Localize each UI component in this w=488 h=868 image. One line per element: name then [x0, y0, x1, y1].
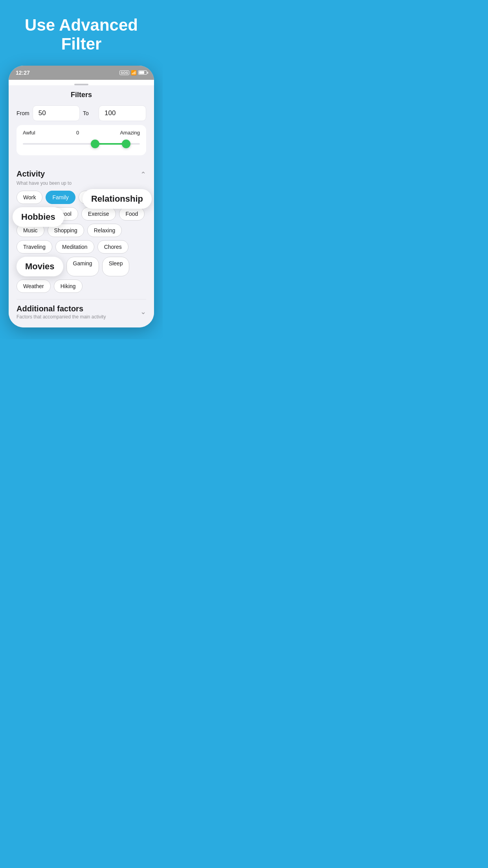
activity-title: Activity [17, 169, 45, 178]
status-time: 12:27 [16, 70, 30, 76]
additional-factors-header: Additional factors Factors that accompan… [17, 304, 146, 320]
callout-hobbies: Hobbies [13, 207, 64, 227]
additional-factors-title: Additional factors [17, 304, 106, 313]
to-label: To [83, 110, 95, 116]
handle-bar [74, 84, 88, 85]
slider-thumb-right[interactable] [122, 140, 130, 148]
tag-sleep[interactable]: Sleep [102, 257, 130, 276]
tag-work[interactable]: Work [17, 191, 42, 204]
to-group: To 100 [83, 105, 146, 121]
status-icons: SOS 📶 [119, 70, 147, 75]
tag-food[interactable]: Food [119, 207, 145, 221]
activity-subtitle: What have you been up to [17, 180, 146, 186]
tag-family[interactable]: Family [46, 191, 75, 204]
additional-factors-section: Additional factors Factors that accompan… [17, 299, 146, 320]
tag-weather[interactable]: Weather [17, 280, 51, 293]
battery-icon [138, 70, 147, 75]
phone-mockup: 12:27 SOS 📶 Filters From 50 To 100 [9, 66, 154, 327]
activity-section-header: Activity ⌃ [17, 163, 146, 180]
slider-center-label: 0 [76, 130, 79, 136]
slider-thumb-left[interactable] [91, 140, 99, 148]
sos-icon: SOS [119, 70, 129, 75]
tag-hiking[interactable]: Hiking [54, 280, 83, 293]
wifi-icon: 📶 [131, 70, 137, 75]
tag-meditation[interactable]: Meditation [55, 240, 94, 254]
tag-movies-callout: Movies [17, 257, 63, 276]
status-bar: 12:27 SOS 📶 [9, 66, 154, 80]
sheet-handle [9, 80, 154, 85]
from-label: From [17, 110, 29, 116]
slider-section: Awful 0 Amazing [17, 125, 146, 155]
range-row: From 50 To 100 [17, 105, 146, 121]
to-input[interactable]: 100 [99, 105, 146, 121]
slider-track-container[interactable] [23, 139, 140, 149]
slider-awful-label: Awful [23, 130, 35, 136]
modal-title: Filters [17, 85, 146, 105]
activity-chevron-icon[interactable]: ⌃ [140, 170, 146, 179]
additional-factors-chevron-icon[interactable]: ⌄ [140, 307, 146, 316]
slider-labels: Awful 0 Amazing [23, 130, 140, 136]
tag-gaming[interactable]: Gaming [66, 257, 99, 276]
slider-amazing-label: Amazing [120, 130, 140, 136]
callout-relationship: Relationship [83, 189, 152, 209]
tag-traveling[interactable]: Traveling [17, 240, 52, 254]
tag-exercise[interactable]: Exercise [81, 207, 116, 221]
tag-relaxing[interactable]: Relaxing [87, 224, 122, 237]
sheet-content: Filters From 50 To 100 Awful 0 Amazing [9, 85, 154, 327]
tag-chores[interactable]: Chores [97, 240, 128, 254]
additional-factors-subtitle: Factors that accompanied the main activi… [17, 314, 106, 320]
from-input[interactable]: 50 [33, 105, 80, 121]
from-group: From 50 [17, 105, 80, 121]
tags-wrapper: Hobbies Relationship Work Family Friends… [17, 191, 146, 296]
page-title: Use Advanced Filter [0, 0, 163, 66]
